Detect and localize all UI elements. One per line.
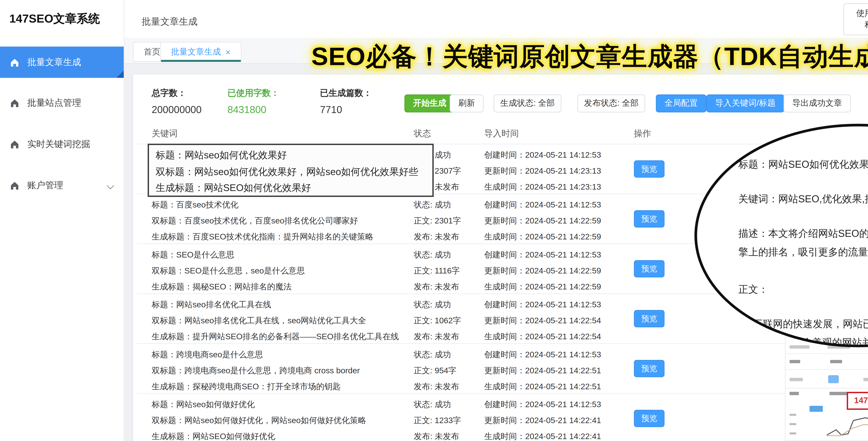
row-title: 标题：网站seo如何做好优化 bbox=[152, 399, 255, 410]
col-status: 状态 bbox=[414, 128, 431, 140]
row-status: 状态: 成功 bbox=[414, 299, 451, 311]
annotation-line: 双标题：网站seo如何优化效果好，网站seo如何优化效果好些 bbox=[156, 163, 426, 180]
row-generated-title: 生成标题：揭秘SEO：网站排名的魔法 bbox=[152, 281, 292, 293]
top-right-controls: 使用教程 联系客服 65e4811dfb644f bbox=[840, 0, 868, 38]
row-generated-title: 生成标题：探秘跨境电商SEO：打开全球市场的钥匙 bbox=[152, 381, 341, 392]
preview-button[interactable]: 预览 bbox=[634, 410, 664, 427]
row-publish-status: 发布: 未发布 bbox=[414, 231, 459, 243]
row-publish-status: 发布: 未发布 bbox=[414, 431, 459, 441]
row-double-title: 双标题：百度seo技术优化，百度seo排名优化公司哪家好 bbox=[152, 216, 358, 227]
home-icon bbox=[9, 180, 20, 190]
row-create-time: 创建时间：2024-05-21 14:12:53 bbox=[484, 399, 601, 410]
row-generate-time: 生成时间：2024-05-21 14:23:13 bbox=[484, 182, 601, 193]
stat-used-words: 已使用字数： 8431800 bbox=[227, 87, 279, 115]
row-word-count: 正文: 1062字 bbox=[414, 315, 461, 326]
row-generate-time: 生成时间：2024-05-21 14:22:59 bbox=[484, 231, 601, 243]
col-import-time: 导入时间 bbox=[484, 128, 519, 140]
row-update-time: 更新时间：2024-05-21 14:22:41 bbox=[484, 415, 601, 427]
sidebar-item-label: 实时关键词挖掘 bbox=[27, 138, 90, 150]
breadcrumb: 批量文章生成 bbox=[142, 16, 197, 28]
global-config-button[interactable]: 全局配置 bbox=[656, 94, 706, 112]
row-double-title: 双标题：SEO是什么意思，seo是什么意思 bbox=[152, 265, 305, 277]
row-word-count: 正文: 2301字 bbox=[414, 216, 461, 227]
row-update-time: 更新时间：2024-05-21 14:22:59 bbox=[484, 216, 601, 227]
row-double-title: 双标题：网站seo排名优化工具在线，seo网站优化工具大全 bbox=[152, 315, 366, 326]
sidebar-item-label: 批量文章生成 bbox=[27, 56, 81, 68]
preview-button[interactable]: 预览 bbox=[634, 210, 664, 228]
sidebar-item-keyword-mining[interactable]: 实时关键词挖掘 bbox=[0, 128, 124, 160]
preview-button[interactable]: 预览 bbox=[634, 360, 664, 377]
bar-chart-icon bbox=[828, 375, 838, 383]
row-generate-time: 生成时间：2024-05-21 14:22:59 bbox=[484, 281, 601, 293]
row-publish-status: 发布: 未发布 bbox=[414, 381, 459, 392]
page-headline: SEO必备！关键词原创文章生成器（TDK自动生成） bbox=[311, 40, 868, 74]
import-keywords-button[interactable]: 导入关键词/标题 bbox=[706, 94, 784, 112]
row-update-time: 更新时间：2024-05-21 14:22:54 bbox=[484, 315, 601, 326]
start-generate-button[interactable]: 开始生成 bbox=[404, 94, 455, 112]
row-create-time: 创建时间：2024-05-21 14:12:53 bbox=[484, 349, 601, 360]
row-generated-title: 生成标题：网站SEO如何做好优化 bbox=[152, 431, 275, 441]
stat-generated-count: 已生成篇数： 7710 bbox=[320, 87, 372, 115]
row-create-time: 创建时间：2024-05-21 14:12:53 bbox=[484, 250, 601, 261]
row-publish-status: 发布: 未发布 bbox=[414, 331, 459, 343]
preview-button[interactable]: 预览 bbox=[634, 310, 664, 327]
home-icon bbox=[9, 97, 20, 108]
case-screenshot-panel: 147SEO官网案例，收录和排名稳定上升！ bbox=[785, 337, 868, 441]
sidebar-item-account[interactable]: 账户管理 bbox=[0, 170, 124, 201]
row-generated-title: 生成标题：百度SEO技术优化指南：提升网站排名的关键策略 bbox=[152, 231, 373, 243]
sidebar-item-label: 账户管理 bbox=[27, 179, 63, 191]
publish-status-select[interactable]: 发布状态: 全部 bbox=[578, 94, 645, 112]
home-icon bbox=[9, 57, 20, 67]
bubble-keywords: 关键词：网站SEO,优化效果,搜索引擎排名,流量,用户 bbox=[738, 193, 868, 206]
generate-status-select[interactable]: 生成状态: 全部 bbox=[494, 94, 561, 112]
tab-batch-article[interactable]: 批量文章生成 × bbox=[160, 42, 241, 62]
row-word-count: 正文: 954字 bbox=[414, 365, 456, 377]
row-word-count: 正文: 1233字 bbox=[414, 415, 461, 427]
row-update-time: 更新时间：2024-05-21 14:22:51 bbox=[484, 365, 601, 377]
row-create-time: 创建时间：2024-05-21 14:12:53 bbox=[484, 299, 601, 311]
sidebar-item-batch-article[interactable]: 批量文章生成 bbox=[0, 46, 124, 78]
sidebar-item-label: 批量站点管理 bbox=[27, 97, 81, 109]
col-keyword: 关键词 bbox=[152, 128, 178, 140]
row-create-time: 创建时间：2024-05-21 14:12:53 bbox=[484, 150, 601, 161]
row-publish-status: 发布: 未发布 bbox=[414, 281, 459, 293]
row-create-time: 创建时间：2024-05-21 14:12:53 bbox=[484, 199, 601, 211]
stat-total-words: 总字数： 200000000 bbox=[152, 87, 202, 115]
app-window: 147SEO文章系统 批量文章生成 批量站点管理 实时关键词挖掘 账户管理 批量… bbox=[0, 0, 868, 441]
row-generated-title: 生成标题：提升网站SEO排名的必备利器——SEO排名优化工具在线 bbox=[152, 331, 399, 343]
table-row: 标题：跨境电商seo是什么意思 双标题：跨境电商seo是什么意思，跨境电商 cr… bbox=[137, 344, 796, 394]
row-title: 标题：网站seo排名优化工具在线 bbox=[152, 299, 271, 311]
table-header: 关键词 状态 导入时间 操作 bbox=[137, 126, 796, 144]
row-update-time: 更新时间：2024-05-21 14:23:13 bbox=[484, 166, 601, 177]
case-banner: 147SEO官网案例，收录和排名稳定上升！ bbox=[847, 392, 868, 410]
bubble-body-label: 正文： bbox=[738, 283, 768, 296]
sidebar-item-site-manage[interactable]: 批量站点管理 bbox=[0, 87, 124, 118]
row-generate-time: 生成时间：2024-05-21 14:22:41 bbox=[484, 431, 601, 441]
row-status: 状态: 成功 bbox=[414, 399, 451, 410]
export-success-button[interactable]: 导出成功文章 bbox=[784, 94, 851, 112]
row-status: 状态: 成功 bbox=[414, 349, 451, 360]
refresh-button[interactable]: 刷新 bbox=[450, 94, 484, 112]
mini-icon-row bbox=[789, 375, 868, 384]
row-double-title: 双标题：网站seo如何做好优化，网站seo如何做好优化策略 bbox=[152, 415, 366, 427]
mini-table-values bbox=[789, 360, 868, 363]
row-update-time: 更新时间：2024-05-21 14:22:59 bbox=[484, 265, 601, 277]
tutorial-button[interactable]: 使用教程 bbox=[843, 3, 868, 35]
table-row: 标题：网站seo排名优化工具在线 双标题：网站seo排名优化工具在线，seo网站… bbox=[137, 294, 796, 344]
app-logo: 147SEO文章系统 bbox=[9, 10, 100, 27]
top-bar: 批量文章生成 使用教程 联系客服 65e4811dfb644f bbox=[124, 0, 868, 38]
row-title: 标题：跨境电商seo是什么意思 bbox=[152, 349, 263, 360]
col-action: 操作 bbox=[634, 128, 651, 140]
bubble-body-line: 互联网的快速发展，网站已经成为企业 bbox=[753, 318, 868, 331]
sidebar: 147SEO文章系统 批量文章生成 批量站点管理 实时关键词挖掘 账户管理 bbox=[0, 0, 124, 441]
bubble-description: 描述：本文将介绍网站SEO的优化方法，帮助您提升网 bbox=[738, 227, 868, 240]
row-generate-time: 生成时间：2024-05-21 14:22:54 bbox=[484, 331, 601, 343]
preview-button[interactable]: 预览 bbox=[634, 160, 664, 178]
preview-button[interactable]: 预览 bbox=[634, 260, 664, 278]
close-icon[interactable]: × bbox=[225, 47, 230, 57]
row-status: 状态: 成功 bbox=[414, 199, 451, 211]
row-title: 标题：SEO是什么意思 bbox=[152, 250, 235, 261]
row-word-count: 正文: 1116字 bbox=[414, 265, 460, 277]
annotation-box: 标题：网站seo如何优化效果好 双标题：网站seo如何优化效果好，网站seo如何… bbox=[148, 144, 434, 197]
bubble-title: 标题：网站SEO如何优化效果好 bbox=[738, 158, 868, 171]
